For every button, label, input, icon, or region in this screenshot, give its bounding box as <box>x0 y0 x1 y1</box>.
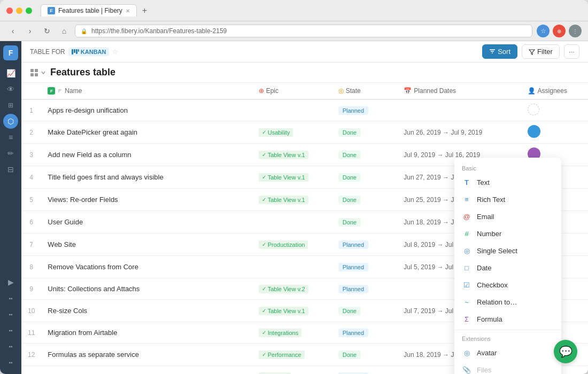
sidebar-icon-kanban[interactable]: ⬡ <box>3 114 18 129</box>
row-name: Views: Re-order Fields <box>41 189 252 211</box>
row-number: 2 <box>21 121 41 144</box>
menu-button[interactable]: ⋮ <box>569 25 582 37</box>
state-badge: Planned <box>338 285 368 293</box>
kanban-badge[interactable]: KANBAN <box>68 48 110 56</box>
dropdown-item-checkbox[interactable]: ☑ Checkbox <box>454 276 561 293</box>
table-container[interactable]: F Name ⊕ Epic <box>21 83 588 374</box>
row-number: 13 <box>21 366 41 375</box>
more-label: ··· <box>569 48 575 56</box>
row-epic: Wiki v.2 <box>252 366 332 375</box>
avatar-type-icon: ◎ <box>462 348 471 357</box>
row-number: 10 <box>21 300 41 322</box>
sidebar-icon-chart[interactable]: 📈 <box>3 66 18 81</box>
table-row[interactable]: 2 Make DatePicker great again Usability … <box>21 121 588 144</box>
sidebar-icon-items2[interactable]: ▪▪ <box>3 307 18 322</box>
url-bar[interactable]: 🔒 https://the.fibery.io/Kanban/Features-… <box>75 25 532 37</box>
state-badge: Planned <box>338 263 368 271</box>
filter-icon <box>529 49 535 55</box>
col-dates[interactable]: 📅 Planned Dates <box>397 83 521 99</box>
dropdown-item-avatar[interactable]: ◎ Avatar <box>454 344 561 361</box>
epic-tag: Usability <box>259 128 293 137</box>
sidebar-icon-items5[interactable]: ▪▪ <box>3 355 18 370</box>
sidebar-icon-items4[interactable]: ▪▪ <box>3 339 18 354</box>
minimize-button[interactable] <box>16 7 22 14</box>
bookmarks-button[interactable]: ☆ <box>537 25 550 37</box>
dropdown-item-richtext[interactable]: ≡ Rich Text <box>454 191 561 208</box>
sidebar-icon-items1[interactable]: ▪▪ <box>3 291 18 306</box>
number-type-icon: # <box>462 229 471 238</box>
dropdown-item-formula[interactable]: Σ Formula <box>454 310 561 328</box>
sort-button[interactable]: Sort <box>482 44 517 59</box>
star-icon[interactable]: ☆ <box>112 48 118 56</box>
epic-tag: Integrations <box>259 329 301 337</box>
files-type-icon: 📎 <box>462 365 471 374</box>
back-button[interactable]: ‹ <box>6 25 19 37</box>
table-row[interactable]: 1 Apps re-design unification Planned <box>21 99 588 121</box>
epic-tag: Table View v.1 <box>259 196 308 204</box>
sidebar-icon-play[interactable]: ▶ <box>3 275 18 290</box>
more-button[interactable]: ··· <box>564 44 579 59</box>
row-state: Planned <box>332 256 398 278</box>
tab-close-button[interactable]: ✕ <box>126 8 130 14</box>
breadcrumb: TABLE FOR KANBAN ☆ <box>30 48 118 56</box>
close-button[interactable] <box>6 7 13 14</box>
tab-favicon: F <box>48 7 55 14</box>
filter-button[interactable]: Filter <box>522 44 560 59</box>
state-badge: Done <box>338 128 361 137</box>
checkbox-type-icon: ☑ <box>462 280 471 290</box>
chat-fab-button[interactable]: 💬 <box>554 340 577 363</box>
col-name[interactable]: F Name <box>41 83 252 99</box>
dropdown-item-text[interactable]: T Text <box>454 174 561 191</box>
select-label: Single Select <box>477 247 517 255</box>
addressbar: ‹ › ↻ ⌂ 🔒 https://the.fibery.io/Kanban/F… <box>0 21 588 41</box>
dropdown-item-number[interactable]: # Number <box>454 225 561 242</box>
row-name: Formulas as separate service <box>41 344 252 366</box>
dropdown-item-relation[interactable]: ~ Relation to… <box>454 293 561 310</box>
new-tab-button[interactable]: + <box>139 5 150 17</box>
chevron-down-icon <box>41 70 46 75</box>
row-name: Web Site <box>41 233 252 256</box>
sidebar-logo[interactable]: F <box>3 45 18 60</box>
forward-button[interactable]: › <box>24 25 36 37</box>
table-header-bar: Features table <box>21 63 588 83</box>
row-epic: Table View v.2 <box>252 278 332 300</box>
dropdown-item-email[interactable]: @ Email <box>454 208 561 225</box>
col-assignees[interactable]: 👤 Assignees <box>521 83 588 99</box>
dropdown-menu: Basic T Text ≡ Rich Text @ Email # <box>454 158 561 374</box>
sidebar-icon-grid[interactable]: ⊞ <box>3 98 18 113</box>
home-button[interactable]: ⌂ <box>58 25 71 37</box>
row-name: Migration from Airtable <box>41 322 252 344</box>
kanban-label: KANBAN <box>81 49 106 55</box>
maximize-button[interactable] <box>26 7 32 14</box>
sidebar-icon-items3[interactable]: ▪▪ <box>3 323 18 338</box>
row-epic: Table View v.1 <box>252 144 332 166</box>
col-state[interactable]: ◎ State <box>332 83 398 99</box>
sidebar-icon-eye[interactable]: 👁 <box>3 82 18 97</box>
filter-label: Filter <box>537 48 553 56</box>
row-epic <box>252 256 332 278</box>
svg-rect-3 <box>74 49 75 53</box>
dropdown-item-select[interactable]: ◎ Single Select <box>454 242 561 259</box>
row-epic: Performance <box>252 344 332 366</box>
sidebar-icon-table[interactable]: ⊟ <box>3 162 18 177</box>
row-dates <box>397 99 521 121</box>
dropdown-item-files: 📎 Files <box>454 361 561 374</box>
state-badge: Done <box>338 307 361 315</box>
top-actions: Sort Filter ··· <box>482 44 579 59</box>
row-number: 9 <box>21 278 41 300</box>
row-number: 4 <box>21 166 41 189</box>
refresh-button[interactable]: ↻ <box>41 25 53 37</box>
row-number: 1 <box>21 99 41 121</box>
files-label: Files <box>477 366 491 374</box>
formula-label: Formula <box>477 315 502 323</box>
tab-bar: F Features table | Fibery ✕ + <box>41 4 582 17</box>
profile-button[interactable]: ⊕ <box>553 25 566 37</box>
row-epic: Integrations <box>252 322 332 344</box>
name-sort-icon <box>57 88 63 94</box>
formula-type-icon: Σ <box>462 314 471 324</box>
col-epic[interactable]: ⊕ Epic <box>252 83 332 99</box>
sidebar-icon-list[interactable]: ≡ <box>3 130 18 145</box>
sidebar-icon-edit[interactable]: ✏ <box>3 146 18 161</box>
active-tab[interactable]: F Features table | Fibery ✕ <box>41 4 137 17</box>
dropdown-item-date[interactable]: □ Date <box>454 259 561 276</box>
